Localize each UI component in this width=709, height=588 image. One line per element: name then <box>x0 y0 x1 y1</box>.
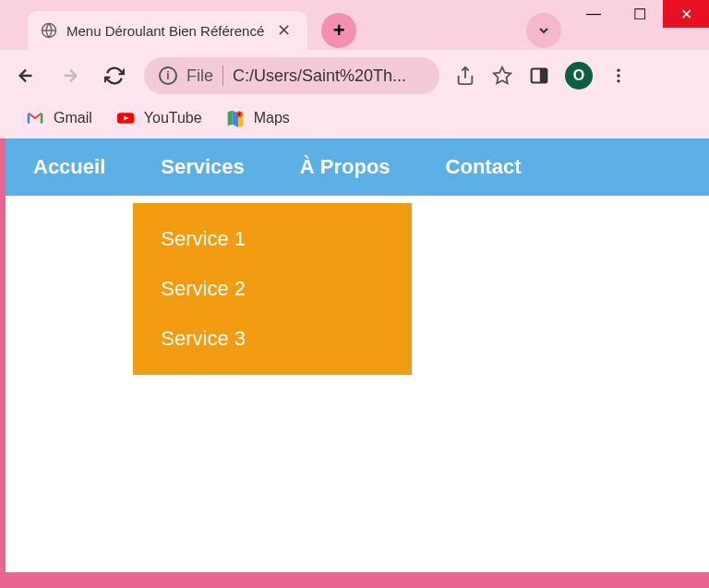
maps-icon <box>226 109 245 127</box>
arrow-right-icon <box>60 66 80 86</box>
dropdown-item-service-1[interactable]: Service 1 <box>133 214 412 264</box>
svg-point-4 <box>617 69 619 72</box>
tab-title: Menu Déroulant Bien Référencé <box>66 23 264 39</box>
bookmark-label: Gmail <box>54 110 92 126</box>
svg-point-6 <box>617 79 619 82</box>
new-tab-button[interactable]: + <box>321 13 356 48</box>
nav-label: Accueil <box>33 155 105 178</box>
star-icon <box>492 66 512 86</box>
menu-button[interactable] <box>607 65 630 87</box>
globe-icon <box>41 22 57 39</box>
main-nav: Accueil Services Service 1 Service 2 Ser… <box>6 138 709 196</box>
nav-label: Services <box>161 155 245 178</box>
bookmarks-bar: Gmail YouTube Maps <box>0 102 709 138</box>
svg-marker-1 <box>494 67 511 83</box>
info-icon[interactable]: i <box>159 66 177 85</box>
bookmark-maps[interactable]: Maps <box>226 109 290 127</box>
profile-letter: O <box>573 67 584 84</box>
plus-icon: + <box>333 18 345 42</box>
svg-rect-3 <box>540 69 547 83</box>
youtube-icon <box>116 109 135 127</box>
services-dropdown: Service 1 Service 2 Service 3 <box>133 203 412 375</box>
url-scheme: File <box>186 66 213 86</box>
svg-point-9 <box>238 114 241 116</box>
reload-button[interactable] <box>100 61 129 90</box>
expand-tabs-button[interactable] <box>526 13 561 48</box>
close-window-button[interactable]: ✕ <box>663 0 709 28</box>
nav-label: Contact <box>446 155 522 178</box>
maximize-button[interactable]: ☐ <box>617 0 663 28</box>
forward-button[interactable] <box>55 61 85 90</box>
profile-button[interactable]: O <box>565 62 593 90</box>
bookmark-youtube[interactable]: YouTube <box>116 109 202 127</box>
dots-vertical-icon <box>609 66 628 85</box>
share-button[interactable] <box>454 65 476 87</box>
window-controls: — ☐ ✕ <box>571 0 709 28</box>
nav-item-services[interactable]: Services Service 1 Service 2 Service 3 <box>133 155 272 179</box>
browser-tab[interactable]: Menu Déroulant Bien Référencé ✕ <box>28 11 307 50</box>
gmail-icon <box>26 109 44 127</box>
bookmark-label: YouTube <box>144 110 202 126</box>
chevron-down-icon <box>536 23 551 38</box>
arrow-left-icon <box>16 66 36 86</box>
panel-icon <box>530 66 548 85</box>
page-viewport: Accueil Services Service 1 Service 2 Ser… <box>6 138 709 572</box>
address-bar[interactable]: i File C:/Users/Saint%20Th... <box>144 57 439 94</box>
side-panel-button[interactable] <box>528 65 550 87</box>
address-bar-row: i File C:/Users/Saint%20Th... O <box>0 50 709 102</box>
close-tab-icon[interactable]: ✕ <box>273 20 294 41</box>
url-path: C:/Users/Saint%20Th... <box>233 66 406 86</box>
nav-item-accueil[interactable]: Accueil <box>6 155 133 179</box>
svg-point-5 <box>617 74 619 77</box>
reload-icon <box>104 66 125 86</box>
bookmark-label: Maps <box>254 110 290 126</box>
share-icon <box>455 66 475 86</box>
divider <box>222 66 223 86</box>
nav-label: À Propos <box>300 155 391 178</box>
bookmark-button[interactable] <box>491 65 513 87</box>
nav-item-a-propos[interactable]: À Propos <box>272 155 418 179</box>
back-button[interactable] <box>11 61 41 90</box>
bookmark-gmail[interactable]: Gmail <box>26 109 92 127</box>
dropdown-item-service-3[interactable]: Service 3 <box>133 314 412 364</box>
nav-item-contact[interactable]: Contact <box>418 155 549 179</box>
minimize-button[interactable]: — <box>571 0 617 28</box>
dropdown-item-service-2[interactable]: Service 2 <box>133 264 412 314</box>
